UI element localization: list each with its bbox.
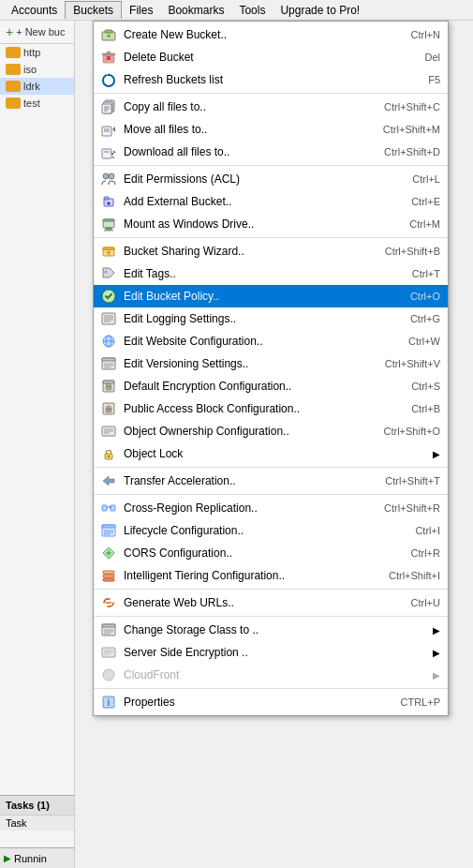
tasks-panel: Tasks (1) Task xyxy=(0,795,75,831)
menu-item-label: Object Lock xyxy=(124,447,429,460)
versioning-icon xyxy=(99,355,118,372)
menu-item-refresh-buckets[interactable]: Refresh Buckets listF5 xyxy=(94,68,448,91)
svg-rect-64 xyxy=(111,505,115,511)
menu-buckets[interactable]: Buckets xyxy=(65,1,122,19)
menu-item-shortcut: Ctrl+R xyxy=(411,547,440,559)
svg-rect-29 xyxy=(103,219,114,221)
menu-item-edit-versioning[interactable]: Edit Versioning Settings..Ctrl+Shift+V xyxy=(94,352,448,375)
dropdown-menu: +Create New Bucket..Ctrl+N×Delete Bucket… xyxy=(93,21,449,716)
menu-accounts[interactable]: Accounts xyxy=(4,2,65,19)
menu-item-lifecycle-configuration[interactable]: Lifecycle Configuration..Ctrl+I xyxy=(94,519,448,542)
menu-separator xyxy=(94,165,448,166)
website-icon xyxy=(99,333,118,350)
tasks-header: Tasks (1) xyxy=(0,796,74,816)
menu-item-create-new-bucket[interactable]: +Create New Bucket..Ctrl+N xyxy=(94,23,448,46)
menu-item-cors-configuration[interactable]: CORS Configuration..Ctrl+R xyxy=(94,542,448,564)
menu-item-download-all-files[interactable]: Download all files to..Ctrl+Shift+D xyxy=(94,141,448,163)
svg-point-22 xyxy=(103,173,109,179)
menu-item-shortcut: Ctrl+S xyxy=(411,381,440,392)
menu-item-shortcut: Ctrl+I xyxy=(415,525,440,536)
svg-rect-63 xyxy=(102,505,107,511)
move-icon xyxy=(99,121,118,138)
menu-item-shortcut: Ctrl+N xyxy=(411,29,440,40)
menu-item-default-encryption[interactable]: Default Encryption Configuration..Ctrl+S xyxy=(94,375,448,397)
menu-item-label: Server Side Encryption .. xyxy=(124,646,429,659)
menu-item-shortcut: Ctrl+Shift+B xyxy=(385,246,440,257)
new-bucket-button[interactable]: + + New buc xyxy=(0,21,74,44)
lock-icon xyxy=(99,445,118,462)
menu-item-shortcut: Ctrl+Shift+O xyxy=(383,426,440,437)
menu-item-public-access-block[interactable]: Public Access Block Configuration..Ctrl+… xyxy=(94,397,448,420)
menu-item-label: Lifecycle Configuration.. xyxy=(124,524,396,537)
logging-icon xyxy=(99,310,118,327)
tags-icon xyxy=(99,265,118,282)
svg-rect-74 xyxy=(103,575,114,577)
add-ext-icon xyxy=(99,193,118,210)
menu-item-edit-bucket-policy[interactable]: Edit Bucket Policy..Ctrl+O xyxy=(94,285,448,307)
svg-text:×: × xyxy=(106,53,111,63)
menu-item-transfer-acceleration[interactable]: Transfer Acceleration..Ctrl+Shift+T xyxy=(94,470,448,492)
menu-item-label: Edit Permissions (ACL) xyxy=(124,172,393,186)
menu-item-label: CloudFront xyxy=(124,668,429,681)
sidebar-item-test[interactable]: test xyxy=(0,95,74,112)
menu-item-shortcut: Ctrl+Shift+T xyxy=(385,475,440,486)
urls-icon xyxy=(99,594,118,611)
svg-text:+: + xyxy=(107,33,111,39)
svg-rect-31 xyxy=(104,230,113,232)
menu-item-cross-region-replication[interactable]: Cross-Region Replication..Ctrl+Shift+R xyxy=(94,497,448,519)
menu-separator xyxy=(94,237,448,238)
menu-item-label: Transfer Acceleration.. xyxy=(124,474,366,487)
menu-upgrade[interactable]: Upgrade to Pro! xyxy=(273,2,367,19)
copy-icon xyxy=(99,98,118,115)
menu-item-bucket-sharing-wizard[interactable]: Bucket Sharing Wizard..Ctrl+Shift+B xyxy=(94,240,448,262)
sidebar-item-iso[interactable]: iso xyxy=(0,61,74,78)
menu-item-intelligent-tiering[interactable]: Intelligent Tiering Configuration..Ctrl+… xyxy=(94,564,448,587)
menu-separator xyxy=(94,467,448,468)
svg-rect-46 xyxy=(102,358,115,361)
menu-item-change-storage-class[interactable]: Change Storage Class to ..▶ xyxy=(94,619,448,641)
menu-item-label: Download all files to.. xyxy=(124,145,365,158)
menu-item-edit-permissions[interactable]: Edit Permissions (ACL)Ctrl+L xyxy=(94,168,448,190)
menu-item-shortcut: Ctrl+Shift+M xyxy=(383,124,440,135)
menu-item-server-side-encryption[interactable]: Server Side Encryption ..▶ xyxy=(94,641,448,664)
submenu-arrow-icon: ▶ xyxy=(433,648,440,658)
menu-item-shortcut: Ctrl+U xyxy=(411,597,440,608)
menu-item-object-ownership[interactable]: Object Ownership Configuration..Ctrl+Shi… xyxy=(94,420,448,442)
menu-files[interactable]: Files xyxy=(122,2,160,19)
menu-item-edit-website-config[interactable]: Edit Website Configuration..Ctrl+W xyxy=(94,330,448,352)
storage-icon xyxy=(99,621,118,638)
sidebar-item-http[interactable]: http xyxy=(0,44,74,61)
menu-item-add-external-bucket[interactable]: Add External Bucket..Ctrl+E xyxy=(94,190,448,213)
menu-bookmarks[interactable]: Bookmarks xyxy=(160,2,231,19)
menu-item-label: Delete Bucket xyxy=(124,51,406,64)
sidebar-item-ldrk[interactable]: ldrk xyxy=(0,78,74,95)
new-bucket-label: + New buc xyxy=(16,26,65,37)
replication-icon xyxy=(99,500,118,516)
menu-item-object-lock[interactable]: Object Lock▶ xyxy=(94,442,448,465)
menu-item-mount-windows-drive[interactable]: Mount as Windows Drive..Ctrl+M xyxy=(94,213,448,235)
svg-rect-25 xyxy=(104,197,109,200)
menu-item-copy-all-files[interactable]: Copy all files to..Ctrl+Shift+C xyxy=(94,96,448,118)
menu-separator xyxy=(94,93,448,94)
menu-item-label: Edit Versioning Settings.. xyxy=(124,357,366,370)
svg-rect-75 xyxy=(103,578,114,581)
menu-tools[interactable]: Tools xyxy=(231,2,273,19)
menu-item-shortcut: Ctrl+W xyxy=(408,336,440,347)
run-icon: ▶ xyxy=(4,853,11,863)
menu-item-shortcut: CTRL+P xyxy=(401,696,441,708)
svg-point-35 xyxy=(105,271,108,274)
submenu-arrow-icon: ▶ xyxy=(433,449,440,459)
menu-bar: Accounts Buckets Files Bookmarks Tools U… xyxy=(0,0,473,21)
menu-item-edit-tags[interactable]: Edit Tags..Ctrl+T xyxy=(94,262,448,285)
menu-item-properties[interactable]: iPropertiesCTRL+P xyxy=(94,691,448,713)
menu-item-shortcut: Ctrl+E xyxy=(411,196,440,207)
menu-item-shortcut: Ctrl+Shift+R xyxy=(384,502,440,514)
svg-rect-37 xyxy=(102,313,115,324)
menu-item-delete-bucket[interactable]: ×Delete BucketDel xyxy=(94,46,448,68)
public-access-icon xyxy=(99,400,118,417)
menu-item-label: Change Storage Class to .. xyxy=(124,623,429,636)
menu-item-move-all-files[interactable]: Move all files to..Ctrl+Shift+M xyxy=(94,118,448,141)
menu-item-shortcut: Ctrl+T xyxy=(412,268,440,279)
menu-item-edit-logging-settings[interactable]: Edit Logging Settings..Ctrl+G xyxy=(94,307,448,330)
menu-item-generate-web-urls[interactable]: Generate Web URLs..Ctrl+U xyxy=(94,591,448,614)
